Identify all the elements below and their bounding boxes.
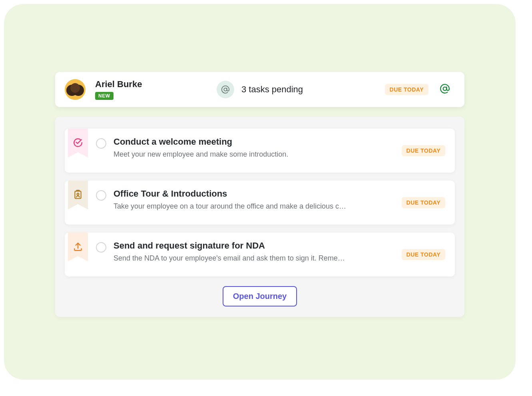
- tasks-pending-label: 3 tasks pending: [241, 84, 303, 95]
- task-complete-checkbox[interactable]: [96, 242, 106, 253]
- open-journey-button[interactable]: Open Journey: [223, 286, 297, 306]
- tasks-panel: Conduct a welcome meeting Meet your new …: [55, 117, 464, 317]
- task-ribbon: [65, 129, 91, 173]
- task-title: Send and request signature for NDA: [114, 241, 399, 251]
- task-body: Office Tour & Introductions Take your em…: [111, 181, 402, 225]
- due-today-badge: DUE TODAY: [402, 249, 445, 260]
- person-name: Ariel Burke: [95, 79, 142, 90]
- task-body: Conduct a welcome meeting Meet your new …: [111, 129, 402, 173]
- task-ribbon: [65, 233, 91, 277]
- task-card[interactable]: Conduct a welcome meeting Meet your new …: [65, 129, 455, 173]
- header-center: 3 tasks pending: [217, 81, 303, 98]
- header-right: DUE TODAY: [385, 84, 450, 96]
- task-title: Office Tour & Introductions: [114, 189, 399, 199]
- task-checkbox-col: [91, 233, 111, 277]
- task-ribbon: [65, 181, 91, 225]
- task-complete-checkbox[interactable]: [96, 138, 106, 149]
- task-description: Take your employee on a tour around the …: [114, 202, 369, 211]
- task-description: Send the NDA to your employee's email an…: [114, 254, 369, 263]
- task-title: Conduct a welcome meeting: [114, 137, 399, 147]
- task-card[interactable]: Send and request signature for NDA Send …: [65, 233, 455, 277]
- svg-point-3: [77, 193, 79, 195]
- due-today-badge: DUE TODAY: [385, 84, 428, 95]
- task-complete-checkbox[interactable]: [96, 190, 106, 201]
- task-right: DUE TODAY: [402, 233, 455, 277]
- task-body: Send and request signature for NDA Send …: [111, 233, 402, 277]
- person-header-card[interactable]: Ariel Burke NEW 3 tasks pending DUE TODA…: [55, 72, 464, 107]
- task-right: DUE TODAY: [402, 181, 455, 225]
- name-block: Ariel Burke NEW: [95, 79, 142, 100]
- task-checkbox-col: [91, 181, 111, 225]
- task-checkbox-col: [91, 129, 111, 173]
- new-badge: NEW: [95, 92, 114, 100]
- due-today-badge: DUE TODAY: [402, 145, 445, 156]
- stage: Ariel Burke NEW 3 tasks pending DUE TODA…: [4, 4, 516, 380]
- at-icon[interactable]: [440, 84, 450, 96]
- at-icon: [217, 81, 234, 98]
- upload-icon: [73, 241, 83, 253]
- check-circle-icon: [73, 137, 83, 149]
- task-right: DUE TODAY: [402, 129, 455, 173]
- svg-point-0: [224, 88, 227, 91]
- id-badge-icon: [73, 189, 83, 201]
- task-description: Meet your new employee and make some int…: [114, 150, 369, 159]
- avatar[interactable]: [65, 79, 86, 100]
- task-card[interactable]: Office Tour & Introductions Take your em…: [65, 181, 455, 225]
- due-today-badge: DUE TODAY: [402, 197, 445, 208]
- svg-point-1: [443, 87, 447, 91]
